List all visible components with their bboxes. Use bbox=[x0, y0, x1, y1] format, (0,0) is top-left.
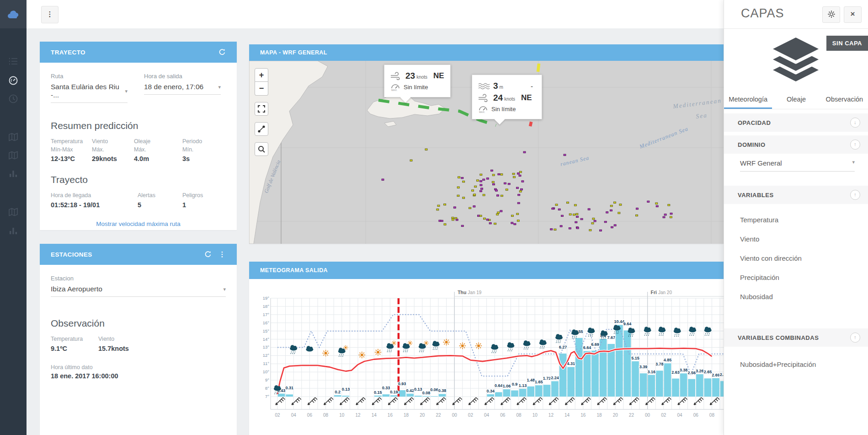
svg-text:9.64: 9.64 bbox=[623, 322, 632, 326]
svg-text:10: 10 bbox=[533, 413, 538, 418]
svg-text:7.67: 7.67 bbox=[607, 335, 615, 340]
stat-llegada: Hora de llegada01:52:18 - 19/01 bbox=[51, 192, 138, 209]
more-options-icon[interactable]: ⋮ bbox=[219, 250, 226, 258]
sidebar-item-map3-icon[interactable] bbox=[8, 207, 19, 218]
divider bbox=[724, 28, 868, 29]
svg-text:02: 02 bbox=[661, 413, 666, 418]
section-variables-combinadas[interactable]: VARIABLES COMBINADAS ↑ bbox=[724, 328, 868, 347]
svg-text:3.78: 3.78 bbox=[655, 362, 664, 366]
svg-text:14: 14 bbox=[564, 413, 570, 418]
svg-text:0.34: 0.34 bbox=[486, 389, 495, 393]
stat-peligros: Peligros1 bbox=[182, 192, 226, 209]
search-button[interactable] bbox=[255, 142, 268, 156]
svg-text:04: 04 bbox=[677, 413, 682, 418]
zoom-out-button[interactable]: − bbox=[255, 82, 268, 96]
svg-text:Fri Jan 20: Fri Jan 20 bbox=[651, 290, 672, 295]
svg-text:0.31: 0.31 bbox=[285, 386, 293, 390]
sidebar-item-chart1-icon[interactable] bbox=[8, 168, 19, 179]
zoom-in-button[interactable]: + bbox=[255, 68, 268, 82]
sidebar-item-chart2-icon[interactable] bbox=[8, 226, 19, 236]
map-canvas[interactable]: Golf de València Mediterranean Sea Medit… bbox=[249, 61, 724, 244]
refresh-icon[interactable] bbox=[218, 48, 226, 56]
svg-text:Thu Jan 19: Thu Jan 19 bbox=[458, 290, 482, 295]
variable-viento[interactable]: Viento bbox=[740, 235, 759, 243]
domain-select[interactable]: WRF General ▾ bbox=[740, 159, 855, 172]
app-logo-cloud-icon[interactable] bbox=[0, 0, 27, 28]
departure-time-select[interactable]: Hora de salida 18 de enero, 17:06▾ bbox=[144, 73, 221, 103]
wind-unit: knots bbox=[504, 97, 515, 102]
svg-text:0.08: 0.08 bbox=[422, 391, 431, 395]
waves-icon bbox=[478, 82, 490, 90]
layers-tabs: Meteorología Oleaje Observación bbox=[724, 91, 868, 109]
meteogram-panel: METEOGRAMA SALIDA 7°8°9°10°11°12°13°14°1… bbox=[249, 262, 724, 435]
svg-text:0.06: 0.06 bbox=[430, 387, 438, 392]
meteogram-chart[interactable]: 7°8°9°10°11°12°13°14°15°16°17°18°19°Thu … bbox=[249, 279, 724, 435]
variable-nubosidad[interactable]: Nubosidad bbox=[740, 293, 773, 301]
gear-icon[interactable] bbox=[822, 6, 840, 23]
tab-meteorologia[interactable]: Meteorología bbox=[724, 91, 772, 109]
svg-text:0.93: 0.93 bbox=[398, 381, 406, 386]
wind-icon bbox=[478, 94, 490, 102]
forecast-summary-title: Resumen predicción bbox=[51, 120, 226, 131]
meteogram-title: METEOGRAMA SALIDA bbox=[260, 267, 328, 274]
wind-direction: NE bbox=[521, 93, 532, 102]
variable-nubosidad-precipitacion[interactable]: Nubosidad+Precipitación bbox=[740, 360, 816, 368]
trayecto-stats: Hora de llegada01:52:18 - 19/01 Alertas5… bbox=[51, 192, 226, 209]
svg-text:12: 12 bbox=[548, 413, 554, 418]
collapse-down-icon[interactable]: ↓ bbox=[850, 118, 860, 128]
refresh-icon[interactable] bbox=[204, 251, 212, 258]
sidebar-item-list-icon[interactable] bbox=[8, 56, 19, 67]
collapse-up-icon[interactable]: ↑ bbox=[850, 333, 860, 343]
sidebar-item-map2-icon[interactable] bbox=[8, 150, 19, 161]
section-variables[interactable]: VARIABLES ↑ bbox=[724, 186, 868, 204]
collapse-up-icon[interactable]: ↑ bbox=[850, 140, 860, 150]
variable-precipitacion[interactable]: Precipitación bbox=[740, 274, 779, 281]
collapse-up-icon[interactable]: ↑ bbox=[850, 190, 860, 200]
close-icon[interactable]: × bbox=[844, 6, 862, 23]
tab-oleaje[interactable]: Oleaje bbox=[772, 91, 820, 109]
wave-unit: m bbox=[500, 85, 503, 90]
last-data-value: 18 ene. 2017 16:00:00 bbox=[51, 372, 226, 380]
svg-text:0.19: 0.19 bbox=[390, 390, 398, 394]
route-select[interactable]: Ruta Santa Eulària des Riu -...▾ bbox=[51, 73, 128, 103]
svg-text:0.13: 0.13 bbox=[342, 387, 350, 392]
sidebar-item-map1-icon[interactable] bbox=[8, 132, 19, 143]
layers-panel: CAPAS × SIN CAPA Meteorología Oleaje Obs… bbox=[724, 0, 868, 435]
svg-text:08: 08 bbox=[516, 413, 522, 418]
stat-periodo: PeriodoMín.3s bbox=[182, 138, 226, 162]
svg-text:8°: 8° bbox=[265, 386, 269, 391]
svg-text:6.69: 6.69 bbox=[591, 342, 599, 347]
svg-text:06: 06 bbox=[307, 413, 313, 418]
trayecto-title: TRAYECTO bbox=[51, 49, 85, 56]
svg-text:22: 22 bbox=[629, 413, 634, 418]
sea-label-1b: Sea bbox=[696, 112, 708, 120]
station-select[interactable]: Estacion Ibiza Aeropuerto▾ bbox=[51, 275, 226, 297]
sidebar bbox=[0, 0, 27, 435]
sidebar-item-history-clock-icon[interactable] bbox=[8, 93, 19, 104]
menu-button[interactable]: ⋮ bbox=[41, 6, 59, 23]
svg-text:06: 06 bbox=[693, 413, 699, 418]
svg-text:16: 16 bbox=[388, 413, 393, 418]
svg-text:02: 02 bbox=[275, 413, 280, 418]
section-dominio[interactable]: DOMINIO ↑ bbox=[724, 135, 868, 154]
fullscreen-button[interactable] bbox=[255, 102, 268, 116]
map-tooltip-wave-wind: 3 m - 24 knots NE MAX. Sin límite bbox=[472, 75, 542, 119]
svg-text:7°: 7° bbox=[265, 394, 269, 399]
svg-text:04: 04 bbox=[291, 413, 297, 418]
variable-temperatura[interactable]: Temperatura bbox=[740, 216, 778, 224]
svg-text:1.72: 1.72 bbox=[543, 376, 551, 381]
svg-text:11°: 11° bbox=[263, 361, 269, 366]
trayecto-section-title: Trayecto bbox=[51, 174, 226, 185]
wave-direction: - bbox=[531, 82, 533, 90]
svg-text:3.26: 3.26 bbox=[696, 369, 704, 373]
section-opacidad[interactable]: OPACIDAD ↓ bbox=[724, 113, 868, 132]
show-max-speed-link[interactable]: Mostrar velocidad máxima ruta bbox=[51, 220, 226, 227]
sidebar-item-routes-gauge-icon[interactable] bbox=[8, 75, 19, 86]
svg-text:0.33: 0.33 bbox=[382, 386, 390, 390]
tab-observacion[interactable]: Observación bbox=[820, 91, 868, 109]
variable-viento-direccion[interactable]: Viento con dirección bbox=[740, 254, 802, 262]
map-controls: + − bbox=[255, 68, 269, 156]
domain-value: WRF General bbox=[740, 159, 782, 167]
svg-text:MAX.: MAX. bbox=[479, 111, 485, 113]
measure-button[interactable] bbox=[255, 122, 268, 136]
